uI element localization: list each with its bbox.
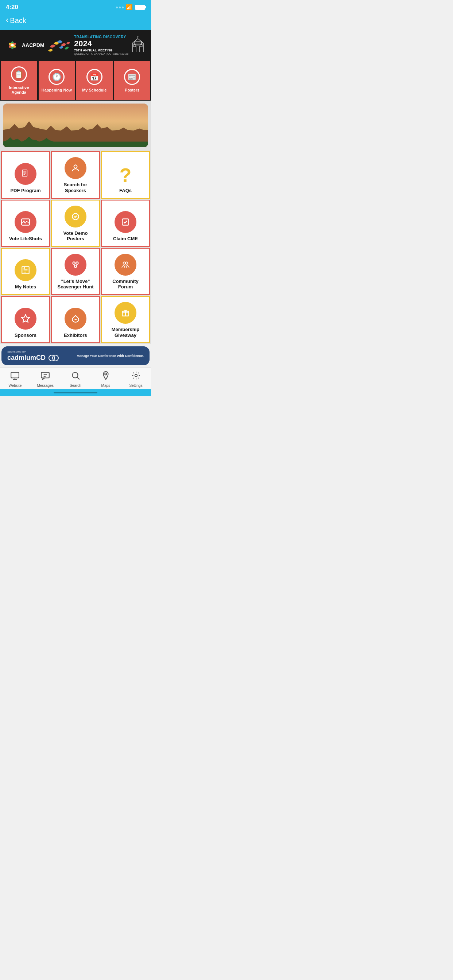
tile-icon-search-for-speakers <box>65 157 86 179</box>
main-tile-lets-move-scavenger-hunt[interactable]: "Let's Move" Scavenger Hunt <box>51 248 100 295</box>
svg-point-41 <box>72 372 78 378</box>
tile-icon-claim-cme <box>115 211 136 233</box>
top-tile-posters[interactable]: 📰 Posters <box>113 60 152 100</box>
top-tile-my-schedule[interactable]: 📅 My Schedule <box>75 60 113 100</box>
nav-icon-settings <box>131 371 141 382</box>
main-tile-membership-giveaway[interactable]: Membership Giveaway <box>101 296 150 343</box>
bottom-nav: Website Messages Search Maps Settings <box>0 368 151 389</box>
battery-icon <box>135 5 145 10</box>
top-tile-icon-my-schedule: 📅 <box>86 69 102 85</box>
svg-point-44 <box>135 374 137 377</box>
hero-image <box>3 103 148 147</box>
status-bar: 4:20 📶 <box>0 0 151 13</box>
main-tile-vote-lifeshots[interactable]: Vote LifeShots <box>1 200 50 247</box>
home-bar <box>54 392 97 393</box>
nav-item-settings[interactable]: Settings <box>121 371 151 388</box>
main-tile-faqs[interactable]: ? FAQs <box>101 151 150 198</box>
header-banner: AACPDM TRANSLATING DISCOVERY 2024 78TH A… <box>0 30 151 60</box>
signal-icon <box>116 6 124 8</box>
tile-icon-my-notes <box>14 259 37 281</box>
sponsored-by-label: Sponsored By: <box>7 350 59 353</box>
main-tile-community-forum[interactable]: Community Forum <box>101 248 150 295</box>
status-time: 4:20 <box>6 4 18 11</box>
svg-line-42 <box>77 377 80 380</box>
building-icon <box>131 36 145 55</box>
nav-item-search[interactable]: Search <box>61 371 91 388</box>
aacpdm-logo-icon <box>6 39 19 52</box>
svg-point-43 <box>105 373 107 375</box>
tile-label-faqs: FAQs <box>119 188 132 194</box>
tile-label-claim-cme: Claim CME <box>113 236 138 242</box>
svg-point-30 <box>74 265 77 267</box>
tile-icon-exhibitors <box>65 308 86 329</box>
back-button[interactable]: ‹ Back <box>6 16 145 25</box>
manage-text: Manage Your Conference With Confidence. <box>77 354 144 358</box>
back-label: Back <box>10 16 26 25</box>
svg-rect-9 <box>136 46 140 52</box>
svg-point-28 <box>73 262 75 264</box>
main-tile-search-for-speakers[interactable]: Search for Speakers <box>51 151 100 198</box>
svg-point-13 <box>137 37 138 38</box>
tile-icon-vote-demo-posters <box>65 205 86 228</box>
nav-label-settings: Settings <box>129 383 143 388</box>
main-tile-claim-cme[interactable]: Claim CME <box>101 200 150 247</box>
tile-icon-membership-giveaway <box>115 302 136 324</box>
svg-point-32 <box>126 262 128 264</box>
main-tile-sponsors[interactable]: Sponsors <box>1 296 50 343</box>
top-tile-label-my-schedule: My Schedule <box>82 88 107 92</box>
tile-label-exhibitors: Exhibitors <box>64 332 87 338</box>
main-tiles-grid: PDF Program Search for Speakers ? FAQs V… <box>0 150 151 344</box>
nav-label-maps: Maps <box>101 383 110 388</box>
top-tile-icon-interactive-agenda: 📋 <box>11 66 27 83</box>
svg-rect-37 <box>11 372 19 378</box>
sponsor-bar: Sponsored By: cadmiumCD Manage Your Conf… <box>2 346 150 365</box>
top-tile-label-interactive-agenda: Interactive Agenda <box>3 85 35 95</box>
home-indicator <box>0 389 151 396</box>
svg-marker-33 <box>22 315 30 322</box>
tile-icon-community-forum <box>115 254 136 275</box>
tile-label-lets-move-scavenger-hunt: "Let's Move" Scavenger Hunt <box>55 278 96 290</box>
tile-label-search-for-speakers: Search for Speakers <box>55 182 96 193</box>
conference-title: TRANSLATING DISCOVERY <box>74 35 128 39</box>
top-tile-label-happening-now: Happening Now <box>41 88 72 92</box>
svg-point-6 <box>11 44 13 46</box>
tile-label-vote-demo-posters: Vote Demo Posters <box>55 231 96 242</box>
svg-rect-24 <box>22 267 29 274</box>
top-tile-happening-now[interactable]: 🕐 Happening Now <box>38 60 76 100</box>
back-chevron-icon: ‹ <box>6 15 8 25</box>
nav-item-messages[interactable]: Messages <box>30 371 61 388</box>
faq-question-mark: ? <box>120 165 132 185</box>
tile-icon-sponsors <box>14 308 37 329</box>
svg-point-19 <box>74 165 77 169</box>
nav-icon-search <box>71 371 80 382</box>
nav-item-website[interactable]: Website <box>0 371 30 388</box>
svg-point-36 <box>53 355 58 361</box>
tile-icon-vote-lifeshots <box>14 211 37 233</box>
leaves-decoration <box>46 36 72 54</box>
svg-rect-18 <box>23 170 27 172</box>
top-tile-interactive-agenda[interactable]: 📋 Interactive Agenda <box>0 60 38 100</box>
nav-icon-website <box>10 371 20 382</box>
tile-label-community-forum: Community Forum <box>105 278 146 290</box>
conference-year: 2024 <box>74 39 92 48</box>
svg-point-31 <box>123 262 126 264</box>
nav-label-website: Website <box>8 383 22 388</box>
main-tile-my-notes[interactable]: My Notes <box>1 248 50 295</box>
tile-icon-pdf-program <box>14 163 37 185</box>
sponsor-name: cadmiumCD <box>7 354 59 362</box>
nav-label-search: Search <box>70 383 81 388</box>
tile-label-pdf-program: PDF Program <box>10 188 40 194</box>
tile-label-my-notes: My Notes <box>15 284 36 290</box>
nav-item-maps[interactable]: Maps <box>91 371 121 388</box>
sponsor-info: Sponsored By: cadmiumCD <box>7 350 59 362</box>
conference-meeting: 78TH ANNUAL MEETING <box>74 48 128 52</box>
main-tile-pdf-program[interactable]: PDF Program <box>1 151 50 198</box>
tile-icon-lets-move-scavenger-hunt <box>65 254 86 275</box>
status-icons: 📶 <box>116 4 145 11</box>
top-tiles-grid: 📋 Interactive Agenda 🕐 Happening Now 📅 M… <box>0 60 151 100</box>
conference-location: QUEBEC CITY, CANADA | OCTOBER 23-26 <box>74 52 128 56</box>
main-tile-exhibitors[interactable]: Exhibitors <box>51 296 100 343</box>
main-tile-vote-demo-posters[interactable]: Vote Demo Posters <box>51 200 100 247</box>
nav-icon-messages <box>40 371 50 382</box>
back-bar: ‹ Back <box>0 13 151 30</box>
